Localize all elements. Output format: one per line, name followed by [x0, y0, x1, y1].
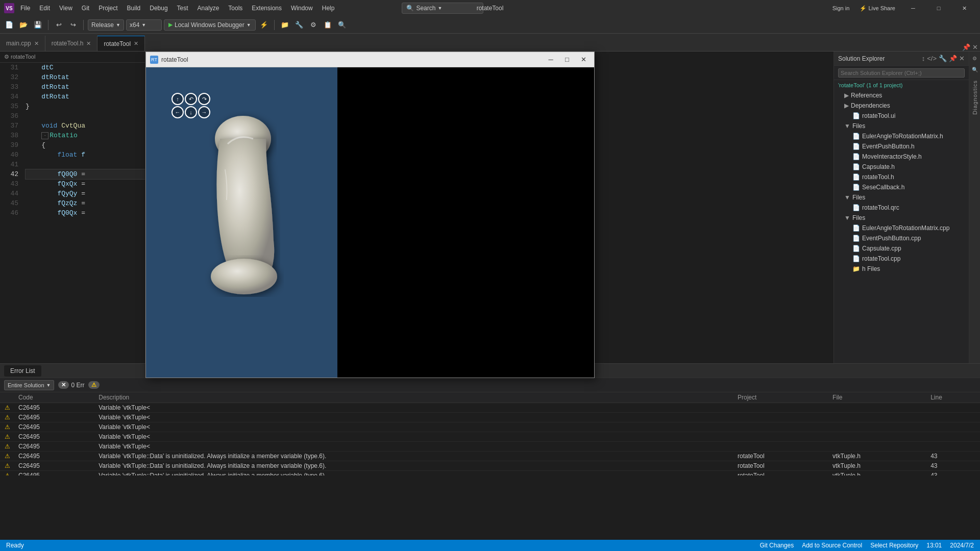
sol-rotate-h[interactable]: 📄 rotateTool.h — [834, 172, 969, 182]
code-content[interactable]: dtC dtRotat dtRotat dtRotat } void — [21, 63, 145, 363]
maximize-button[interactable]: □ — [927, 0, 950, 16]
menu-project[interactable]: Project — [94, 3, 121, 14]
menu-analyze[interactable]: Analyze — [193, 3, 224, 14]
pin-tab-btn[interactable]: 📌 — [962, 43, 970, 51]
col-file[interactable]: File — [828, 392, 926, 403]
title-search-box[interactable]: 🔍 Search ▼ — [402, 3, 483, 14]
col-code[interactable]: Code — [14, 392, 94, 403]
diagnostics-label[interactable]: Diagnostics — [972, 80, 978, 115]
nav-up-btn[interactable]: ↑ — [172, 93, 184, 105]
vtk-right-panel[interactable] — [337, 67, 594, 378]
sol-references[interactable]: ▶ References — [834, 90, 969, 101]
close-all-tabs-btn[interactable]: ✕ — [972, 43, 978, 51]
nav-left-btn[interactable]: ← — [172, 106, 184, 118]
menu-help[interactable]: Help — [318, 3, 339, 14]
toolbar-btn-5[interactable]: ⚙ — [307, 19, 320, 31]
sol-move-h[interactable]: 📄 MoveInteractorStyle.h — [834, 152, 969, 162]
error-row-4[interactable]: ⚠ C26495 Variable 'vtkTuple< — [0, 442, 980, 452]
select-repo-btn[interactable]: Select Repository — [870, 542, 918, 549]
error-row-6[interactable]: ⚠ C26495 Variable 'vtkTuple::Data' is un… — [0, 461, 980, 471]
tab-rotatetool-h-close[interactable]: ✕ — [86, 40, 91, 47]
tab-rotatetool[interactable]: rotateTool ✕ — [97, 36, 145, 51]
vtk-left-panel[interactable]: ↑ ↶ ↷ ← ↓ → — [146, 67, 337, 378]
sol-close-icon[interactable]: ✕ — [959, 55, 965, 62]
sol-caps-h[interactable]: 📄 Capsulate.h — [834, 162, 969, 172]
float-close-btn[interactable]: ✕ — [577, 54, 590, 65]
close-button[interactable]: ✕ — [952, 0, 976, 16]
sol-sese-h[interactable]: 📄 SeseCallback.h — [834, 182, 969, 192]
float-maximize-btn[interactable]: □ — [560, 54, 574, 65]
menu-test[interactable]: Test — [173, 3, 192, 14]
sol-h-files[interactable]: 📁 h Files — [834, 264, 969, 274]
error-row-0[interactable]: ⚠ C26495 Variable 'vtkTuple< — [0, 403, 980, 413]
sign-in-btn[interactable]: Sign in — [828, 0, 854, 16]
sol-sync-icon[interactable]: ↕ — [922, 55, 925, 62]
sol-files-1[interactable]: ▼ Files — [834, 121, 969, 131]
git-changes-btn[interactable]: Git Changes — [760, 542, 794, 549]
col-description[interactable]: Description — [94, 392, 733, 403]
configuration-dropdown[interactable]: Release ▼ — [88, 19, 124, 31]
error-row-1[interactable]: ⚠ C26495 Variable 'vtkTuple< — [0, 413, 980, 422]
sol-files-3[interactable]: ▼ Files — [834, 213, 969, 223]
sol-pin-icon[interactable]: 📌 — [949, 55, 957, 62]
sol-qrc[interactable]: 📄 rotateTool.qrc — [834, 203, 969, 213]
menu-tools[interactable]: Tools — [224, 3, 247, 14]
source-control-btn[interactable]: Add to Source Control — [802, 542, 862, 549]
nav-cw-btn[interactable]: ↷ — [198, 93, 210, 105]
error-row-3[interactable]: ⚠ C26495 Variable 'vtkTuple< — [0, 432, 980, 442]
toolbar-btn-7[interactable]: 🔍 — [336, 19, 348, 31]
sol-dependencies[interactable]: ▶ Dependencies — [834, 101, 969, 111]
solution-tree[interactable]: 'rotateTool' (1 of 1 project) ▶ Referenc… — [834, 80, 969, 363]
float-minimize-btn[interactable]: ─ — [544, 54, 557, 65]
toolbar-btn-6[interactable]: 📋 — [322, 19, 334, 31]
error-list-tab[interactable]: Error List — [4, 365, 41, 377]
sol-euler-h[interactable]: 📄 EulerAngleToRotationMatrix.h — [834, 131, 969, 141]
platform-dropdown[interactable]: x64 ▼ — [126, 19, 162, 31]
minimize-button[interactable]: ─ — [901, 0, 925, 16]
attach-btn[interactable]: ⚡ — [258, 19, 270, 31]
new-project-btn[interactable]: 📄 — [3, 19, 15, 31]
fold-icon-38[interactable]: - — [41, 132, 48, 139]
solution-search-input[interactable] — [838, 68, 965, 78]
tab-rotatetool-close[interactable]: ✕ — [134, 40, 138, 47]
error-row-5[interactable]: ⚠ C26495 Variable 'vtkTuple::Data' is un… — [0, 452, 980, 461]
redo-btn[interactable]: ↪ — [67, 19, 79, 31]
solution-explorer-btn[interactable]: 📁 — [279, 19, 291, 31]
menu-edit[interactable]: Edit — [35, 3, 54, 14]
menu-file[interactable]: File — [16, 3, 34, 14]
open-btn[interactable]: 📂 — [17, 19, 30, 31]
line-num-32: 32 — [3, 72, 18, 82]
scope-dropdown[interactable]: Entire Solution ▼ — [4, 380, 54, 390]
error-row-7[interactable]: ⚠ C26495 Variable 'vtkTuple::Data' is un… — [0, 471, 980, 476]
sol-rotate-cpp[interactable]: 📄 rotateTool.cpp — [834, 254, 969, 264]
tab-main-cpp-close[interactable]: ✕ — [34, 40, 39, 47]
run-button[interactable]: ▶ Local Windows Debugger ▼ — [164, 19, 256, 31]
diag-btn-1[interactable]: ⚙ — [970, 54, 979, 63]
sol-caps-cpp[interactable]: 📄 Capsulate.cpp — [834, 243, 969, 254]
sol-event-cpp[interactable]: 📄 EventPushButton.cpp — [834, 233, 969, 243]
menu-build[interactable]: Build — [123, 3, 145, 14]
sol-code-icon[interactable]: </> — [927, 55, 937, 62]
tab-rotatetool-h[interactable]: rotateTool.h ✕ — [45, 36, 98, 51]
sol-euler-cpp[interactable]: 📄 EulerAngleToRotationMatrix.cpp — [834, 223, 969, 233]
properties-btn[interactable]: 🔧 — [293, 19, 305, 31]
error-row-2[interactable]: ⚠ C26495 Variable 'vtkTuple< — [0, 422, 980, 432]
col-line[interactable]: Line — [926, 392, 980, 403]
code-editor[interactable]: 31 32 33 34 35 36 37 38 39 40 41 42 43 4… — [0, 63, 145, 363]
menu-view[interactable]: View — [55, 3, 77, 14]
undo-btn[interactable]: ↩ — [53, 19, 65, 31]
sol-event-push-h[interactable]: 📄 EventPushButton.h — [834, 141, 969, 152]
sol-props-icon[interactable]: 🔧 — [939, 55, 947, 62]
nav-ccw-btn[interactable]: ↶ — [185, 93, 197, 105]
sol-files-2[interactable]: ▼ Files — [834, 192, 969, 203]
menu-debug[interactable]: Debug — [145, 3, 172, 14]
menu-extensions[interactable]: Extensions — [248, 3, 286, 14]
col-project[interactable]: Project — [733, 392, 828, 403]
sol-rotatetool-ui[interactable]: 📄 rotateTool.ui — [834, 111, 969, 121]
live-share-btn[interactable]: ⚡ Live Share — [855, 0, 899, 16]
tab-main-cpp[interactable]: main.cpp ✕ — [0, 36, 45, 51]
menu-git[interactable]: Git — [78, 3, 93, 14]
save-btn[interactable]: 💾 — [32, 19, 44, 31]
menu-window[interactable]: Window — [287, 3, 317, 14]
diag-btn-2[interactable]: 🔍 — [970, 65, 979, 74]
